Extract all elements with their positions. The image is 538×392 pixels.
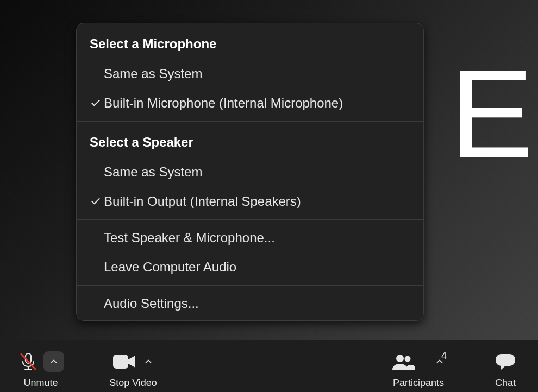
menu-divider: [77, 219, 423, 220]
audio-settings[interactable]: Audio Settings...: [77, 289, 423, 318]
chevron-up-icon: [49, 357, 58, 366]
menu-item-label: Built-in Microphone (Internal Microphone…: [104, 96, 410, 111]
spk-option-same-as-system[interactable]: Same as System: [77, 157, 423, 187]
speaker-section-header: Select a Speaker: [77, 125, 423, 157]
toolbar-button-label: Participants: [393, 377, 444, 389]
audio-options-caret[interactable]: [43, 351, 64, 372]
toolbar-button-label: Stop Video: [109, 377, 157, 389]
menu-item-label: Audio Settings...: [104, 296, 410, 311]
toolbar-button-label: Unmute: [23, 377, 58, 389]
mic-option-built-in[interactable]: Built-in Microphone (Internal Microphone…: [77, 88, 423, 118]
svg-rect-4: [496, 354, 515, 366]
participant-initials: Er: [450, 52, 538, 176]
chat-icon: [493, 352, 517, 371]
test-speaker-mic[interactable]: Test Speaker & Microphone...: [77, 223, 423, 252]
menu-item-label: Same as System: [104, 66, 410, 81]
stop-video-button[interactable]: Stop Video: [82, 340, 185, 392]
menu-item-label: Test Speaker & Microphone...: [104, 230, 410, 245]
svg-point-2: [396, 355, 404, 362]
meeting-toolbar: Unmute Stop Video: [0, 340, 538, 392]
svg-rect-1: [113, 355, 128, 369]
menu-item-label: Leave Computer Audio: [104, 260, 410, 275]
menu-divider: [77, 121, 423, 122]
audio-options-menu: Select a Microphone Same as System Built…: [76, 23, 424, 321]
mic-option-same-as-system[interactable]: Same as System: [77, 59, 423, 88]
menu-item-label: Built-in Output (Internal Speakers): [104, 194, 410, 209]
menu-item-label: Same as System: [104, 165, 410, 180]
svg-point-3: [405, 356, 411, 362]
check-icon: [87, 98, 104, 109]
leave-computer-audio[interactable]: Leave Computer Audio: [77, 252, 423, 282]
video-icon: [111, 352, 137, 371]
mic-section-header: Select a Microphone: [77, 27, 423, 59]
chat-button[interactable]: Chat: [473, 340, 538, 392]
microphone-muted-icon: [17, 351, 39, 372]
spk-option-built-in[interactable]: Built-in Output (Internal Speakers): [77, 187, 423, 216]
participants-count: 4: [441, 350, 447, 362]
meeting-stage: Er Select a Microphone Same as System Bu…: [0, 0, 538, 392]
toolbar-button-label: Chat: [495, 377, 516, 389]
menu-divider: [77, 285, 423, 286]
video-options-caret[interactable]: [142, 351, 155, 372]
participants-icon: [391, 352, 416, 371]
participants-button[interactable]: 4 Participants: [364, 340, 473, 392]
unmute-button[interactable]: Unmute: [0, 340, 82, 392]
chevron-up-icon: [144, 357, 153, 366]
check-icon: [87, 196, 104, 207]
